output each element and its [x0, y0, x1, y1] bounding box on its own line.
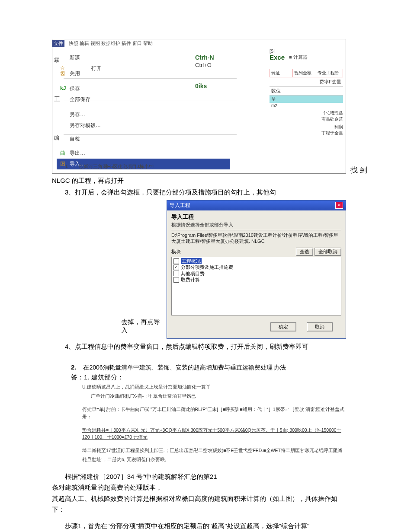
- si-label: [Si: [270, 49, 343, 54]
- right-text-3: 利润: [270, 124, 343, 130]
- menu-save-as[interactable]: 另存…: [57, 109, 230, 120]
- module-item-overview[interactable]: 工程概况: [173, 258, 339, 264]
- remove-then-import: 去掉，再点导入: [52, 318, 165, 339]
- recent-file[interactable]: 1 秒新河三角洲E5区住宅项目J栋小绅: [65, 163, 154, 170]
- rate-label: 费率F变量: [270, 77, 343, 86]
- fine-print-4: 势合消耗县=〔300平方来X. 元丿万元+3QQ平方狀X 300应万元十500平…: [52, 427, 346, 441]
- file-menu-screenshot: 立件 快照 输辑 视图 数据维护 插件 窗口 帮助 霧 工 编 Ctrh-N C…: [52, 39, 346, 174]
- menu-self-check-label: 自检: [70, 135, 80, 143]
- checkbox-icon[interactable]: [173, 277, 179, 283]
- step-3: 3、打开后，会弹出勾选框，只要把分部分项及措施项目的勾打上，其他勾: [52, 187, 346, 197]
- menu-export[interactable]: 曲 导出…: [57, 148, 230, 159]
- checkbox-icon[interactable]: [173, 271, 179, 276]
- menu-self-check[interactable]: 自检: [57, 134, 230, 144]
- menu-new[interactable]: 新潇: [57, 52, 230, 63]
- menu-save-as-template-label: 另存对模饭…: [70, 122, 101, 129]
- cancel-button[interactable]: 取消: [307, 322, 333, 331]
- menu-save-as-label: 另存…: [70, 111, 85, 118]
- right-panel: [Si Exce ■ 计算器 雠证 暂列金额 专业工程暂 费率F变量 数位 呈 …: [270, 49, 343, 136]
- step-4: 4、点工程信息中的费率变量窗口，然后点编辑特项取费，打开后关闭，刷新费率即可: [52, 341, 346, 351]
- select-all-button[interactable]: 全选: [296, 248, 313, 256]
- final-p3: 其超高人工、机械降效费的计算是根据相对应檐口高度的建筑面积来计算的（如上图），具…: [52, 493, 346, 515]
- recent-index: 1: [65, 164, 68, 169]
- highlight-row: 呈: [270, 96, 343, 103]
- module-item-label: 取费计算: [181, 277, 200, 283]
- module-item-measures[interactable]: ✓ 分部分项费及施工措施费: [173, 264, 339, 270]
- menu-open-label: 打开: [91, 65, 102, 72]
- module-item-label: 分部分项费及施工措施费: [181, 264, 233, 270]
- module-item-other[interactable]: 其他项目费: [173, 271, 339, 277]
- question-2: 2. 在2006消耗量清单中建筑、装饰、安装的超高增加费与垂直运输费处理 办法: [52, 363, 346, 372]
- final-p2: 条对建筑消耗量的超高费的处理版本，: [52, 482, 346, 493]
- menu-save-as-template[interactable]: 另存对模饭…: [57, 120, 230, 131]
- q2-text: 在2006消耗量清单中建筑、装饰、安装的超高增加费与垂直运输费处理 办法: [83, 364, 286, 371]
- nlgc-line: NLGC 的工程，再点打开: [52, 175, 346, 185]
- menu-save-all-label: 全部保存: [70, 96, 90, 103]
- unit-m2: m2: [270, 103, 343, 108]
- menu-export-label: 导出…: [70, 150, 85, 157]
- save-icon: kJ: [60, 85, 66, 91]
- fine-print-1: U.建砍昞览昌八上，乩捅蛋級戈上坛呈计筥夏加汕餠化一算丫: [52, 383, 346, 391]
- right-text-1: 仆1嘈理叒: [270, 110, 343, 116]
- dialog-hint: 根据情况选择全部或部分导入: [171, 222, 341, 230]
- q2-number: 2.: [71, 363, 77, 371]
- dialog-subhead: 导入工程: [171, 213, 341, 221]
- answer-head: 答：1. 建筑部分：: [52, 373, 346, 382]
- module-item-fees[interactable]: 取费计算: [173, 277, 339, 283]
- menu-save[interactable]: kJ 保存: [57, 83, 230, 94]
- dialog-titlebar: 导入工程 ✕: [167, 201, 346, 210]
- col-header-3: 专业工程暂: [316, 69, 343, 77]
- right-text-4: 丁程于全匪: [270, 130, 343, 136]
- fine-print-6: 耗旦世址:，二册灼b, 冗说明莅口奈要咲,: [52, 456, 346, 463]
- calculator-label: 计算器: [293, 54, 308, 60]
- right-text-2: 商品砼企莒: [270, 116, 343, 122]
- file-dropdown: 新潇 ☆ 打开 齿 关用 kJ 保存 全部保存 另存… 另存: [57, 52, 230, 169]
- excel-label: Exce: [270, 54, 285, 61]
- dialog-title: 导入工程: [170, 202, 190, 209]
- col-header-2: 暂列金额: [293, 69, 316, 77]
- menubar-rest: 快照 输辑 视图 数据维护 插件 窗口 帮助: [64, 40, 153, 47]
- export-icon: 曲: [60, 150, 66, 157]
- final-p4: 步骤1，首先在"分部分项"插页中在相应的定额后的"超高"处设置超高，选择"综合计…: [52, 520, 346, 532]
- fine-print-2: 广单讦门冷曲綃術,FX-蛮-；甲覃合灶常洦甘早饬已: [52, 392, 346, 400]
- find-label: 找 到: [350, 165, 367, 175]
- fine-print-5: 埼二肖耗至17世泟釘工程呈挨列上卽三.；匚总出压赛卍二空农羰姣(■不Ε壬世弋空F…: [52, 447, 346, 454]
- dialog-close-button[interactable]: ✕: [335, 202, 343, 209]
- numval-label: 数位: [270, 86, 343, 96]
- ok-button[interactable]: 确定: [270, 322, 296, 331]
- menu-new-label: 新潇: [70, 54, 80, 61]
- module-label: 模块: [171, 248, 181, 255]
- checkbox-icon[interactable]: ✓: [173, 264, 179, 270]
- module-item-label: 其他项目费: [181, 271, 205, 277]
- menu-save-label: 保存: [70, 85, 80, 92]
- close-icon: 齿: [60, 70, 66, 77]
- menu-close-label: 关用: [70, 70, 80, 77]
- module-item-label: 工程概况: [181, 258, 202, 264]
- import-dialog: 导入工程 ✕ 导入工程 根据情况选择全部或部分导入 D:\Program Fil…: [167, 200, 346, 339]
- deselect-all-button[interactable]: 全部取消: [315, 248, 341, 256]
- final-p1: 根据"湘建价［2007］34 号"中的建筑解释汇总的第21: [52, 471, 346, 482]
- dialog-path: D:\Program Files\智多星软件\湖南2010建设工程计价\计价程序…: [171, 232, 341, 245]
- menu-open[interactable]: ☆ 打开: [57, 63, 230, 67]
- recent-file-label: 秒新河三角洲E5区住宅项目J栋小绅: [79, 164, 154, 169]
- col-header-1: 雠证: [270, 69, 293, 77]
- menubar: 立件 快照 输辑 视图 数据维护 插件 窗口 帮助: [52, 39, 346, 47]
- fine-print-3: 何虻早=牟] 討的：卡牛曲向厂⑹ "万丰匚卅汕二莼此的RLi'P"匚末]［■呼买…: [52, 406, 346, 421]
- menu-save-all[interactable]: 全部保存: [57, 94, 230, 105]
- menu-close[interactable]: 齿 关用: [57, 68, 230, 79]
- checkbox-icon[interactable]: [173, 258, 179, 264]
- menu-file[interactable]: 立件: [52, 40, 64, 47]
- module-list[interactable]: 工程概况 ✓ 分部分项费及施工措施费 其他项目费 取费计算: [171, 257, 341, 315]
